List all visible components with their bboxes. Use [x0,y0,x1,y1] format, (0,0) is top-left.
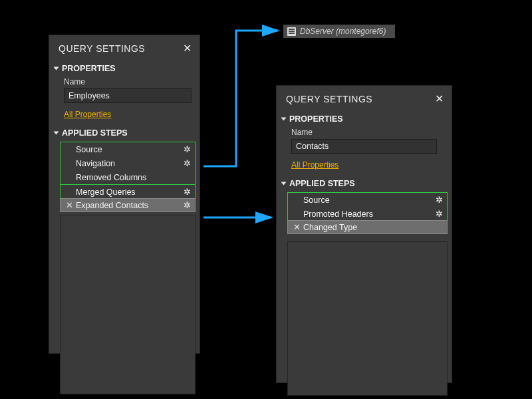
step-row[interactable]: ✕ Source ✲ [61,142,195,156]
db-server-label: DbServer (montegoref6) [300,27,386,36]
panel-title: QUERY SETTINGS [59,43,145,54]
applied-steps-empty-area [60,215,196,394]
close-icon[interactable]: ✕ [435,92,444,105]
applied-steps-list: ✕ Source ✲ ✕ Promoted Headers ✲ ✕ Change… [287,192,448,239]
applied-steps-section-header[interactable]: APPLIED STEPS [49,126,200,140]
db-server-chip[interactable]: DbServer (montegoref6) [283,25,395,38]
all-properties-link[interactable]: All Properties [291,160,338,170]
collapse-icon [54,67,59,70]
gear-icon[interactable]: ✲ [184,159,191,168]
step-label: Promoted Headers [303,209,436,219]
step-row[interactable]: ✕ Promoted Headers ✲ [288,207,447,221]
step-row[interactable]: ✕ Merged Queries ✲ [61,185,195,199]
gear-icon[interactable]: ✲ [184,188,191,196]
close-icon[interactable]: ✕ [183,42,192,55]
gear-icon[interactable]: ✲ [436,209,443,218]
query-name-input[interactable] [291,139,437,154]
properties-label: PROPERTIES [62,64,116,73]
applied-steps-label: APPLIED STEPS [62,128,128,138]
step-row[interactable]: ✕ Removed Columns [61,170,195,184]
applied-steps-label: APPLIED STEPS [289,179,355,188]
collapse-icon [281,118,287,121]
step-row[interactable]: ✕ Changed Type [287,220,448,234]
gear-icon[interactable]: ✲ [184,145,191,154]
all-properties-link[interactable]: All Properties [64,110,111,119]
applied-steps-section-header[interactable]: APPLIED STEPS [277,176,452,191]
name-label: Name [277,126,452,139]
step-label: Changed Type [303,223,443,232]
step-group: ✕ Source ✲ ✕ Promoted Headers ✲ ✕ Change… [287,192,448,234]
panel-title-bar: QUERY SETTINGS ✕ [277,86,452,112]
step-row[interactable]: ✕ Source ✲ [288,193,447,207]
delete-step-icon[interactable]: ✕ [65,200,74,210]
step-label: Navigation [76,159,184,168]
step-label: Removed Columns [76,173,191,182]
query-name-input[interactable] [64,88,192,103]
panel-title: QUERY SETTINGS [286,94,372,104]
properties-label: PROPERTIES [289,114,343,124]
step-row[interactable]: ✕ Navigation ✲ [61,156,195,170]
name-label: Name [49,76,200,88]
panel-title-bar: QUERY SETTINGS ✕ [49,35,200,61]
applied-steps-empty-area [287,241,448,396]
table-icon [287,27,296,36]
properties-section-header[interactable]: PROPERTIES [49,61,200,76]
properties-section-header[interactable]: PROPERTIES [277,112,452,126]
delete-step-icon[interactable]: ✕ [292,222,301,232]
step-label: Source [76,145,184,154]
applied-steps-list: ✕ Source ✲ ✕ Navigation ✲ ✕ Removed Colu… [60,142,196,212]
gear-icon[interactable]: ✲ [184,201,191,209]
collapse-icon [281,182,287,186]
step-label: Merged Queries [76,188,184,197]
step-group-merged: ✕ Merged Queries ✲ ✕ Expanded Contacts ✲ [60,184,196,212]
step-group-source: ✕ Source ✲ ✕ Navigation ✲ ✕ Removed Colu… [60,142,196,185]
collapse-icon [54,132,59,135]
query-settings-panel-right: QUERY SETTINGS ✕ PROPERTIES Name All Pro… [276,85,452,383]
step-label: Source [303,196,436,205]
step-label: Expanded Contacts [76,201,184,210]
step-row[interactable]: ✕ Expanded Contacts ✲ [60,198,196,212]
gear-icon[interactable]: ✲ [436,196,443,204]
query-settings-panel-left: QUERY SETTINGS ✕ PROPERTIES Name All Pro… [49,35,200,354]
